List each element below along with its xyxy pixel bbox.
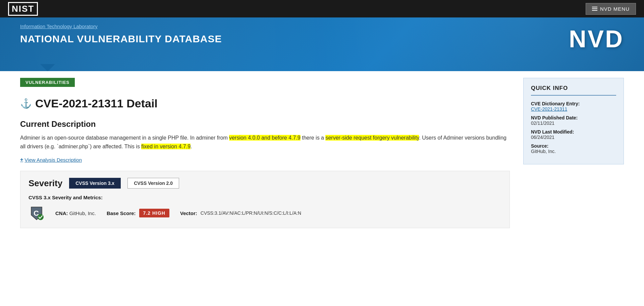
vector-label: Vector: [180,210,197,216]
nvd-menu-button[interactable]: NVD MENU [586,3,636,15]
vector-value: CVSS:3.1/AV:N/AC:L/PR:N/UI:N/S:C/C:L/I:L… [201,210,301,216]
github-cna-icon: C [29,205,45,221]
page-title: NATIONAL VULNERABILITY DATABASE [20,33,222,45]
cvss-v2-tab[interactable]: CVSS Version 2.0 [127,178,179,189]
menu-icon [592,7,597,11]
nist-logo: NIST [8,2,38,16]
cna-label: CNA: GitHub, Inc. [55,210,96,216]
desc-after: . [191,144,192,149]
nvd-menu-label: NVD MENU [600,6,630,12]
desc-highlight2: server-side request forgery vulnerabilit… [325,135,419,141]
view-analysis-label: View Analysis Description [24,157,82,163]
quick-info-box: QUICK INFO CVE Dictionary Entry: CVE-202… [523,78,624,164]
qi-dict-entry-label: CVE Dictionary Entry: [531,101,616,106]
nvd-logo: NVD [569,27,624,51]
severity-header: Severity CVSS Version 3.x CVSS Version 2… [29,178,501,189]
qi-dict-entry-link[interactable]: CVE-2021-21311 [531,106,616,112]
severity-box: Severity CVSS Version 3.x CVSS Version 2… [20,171,510,228]
description-heading: Current Description [20,119,510,129]
qi-modified: NVD Last Modified: 06/24/2021 [531,129,616,140]
desc-highlight1: version 4.0.0 and before 4.7.9 [229,135,301,141]
header-left: Information Technology Laboratory NATION… [20,23,222,45]
cve-title-row: ⚓ CVE-2021-21311 Detail [20,97,510,110]
qi-published-label: NVD Published Date: [531,115,616,120]
itl-link[interactable]: Information Technology Laboratory [20,23,222,29]
qi-published: NVD Published Date: 02/11/2021 [531,115,616,126]
desc-middle1: there is a [301,135,326,141]
desc-before: Adminer is an open-source database manag… [20,135,229,141]
anchor-icon[interactable]: ⚓ [20,98,32,109]
cvss-metrics-label: CVSS 3.x Severity and Metrics: [29,195,501,200]
cna-row: C CNA: GitHub, Inc. Base Score: 7.2 HIGH [29,205,501,221]
quick-info-sidebar: QUICK INFO CVE Dictionary Entry: CVE-202… [523,78,624,164]
plus-icon: + [20,157,23,163]
header-arrow [40,64,55,71]
score-badge: 7.2 HIGH [139,209,169,217]
page-header: Information Technology Laboratory NATION… [0,17,644,71]
base-score-label: Base Score: [107,210,136,216]
severity-heading: Severity [29,178,62,189]
view-analysis-link[interactable]: + View Analysis Description [20,157,82,163]
content-left: VULNERABILITIES ⚓ CVE-2021-21311 Detail … [20,78,510,228]
qi-modified-val: 06/24/2021 [531,135,616,140]
vulnerabilities-badge: VULNERABILITIES [20,78,75,87]
qi-modified-label: NVD Last Modified: [531,129,616,135]
desc-highlight3: fixed in version 4.7.9 [141,144,191,149]
cvss-v3-tab[interactable]: CVSS Version 3.x [69,178,121,189]
base-score-group: Base Score: 7.2 HIGH [107,209,169,217]
qi-published-val: 02/11/2021 [531,120,616,126]
main-content: VULNERABILITIES ⚓ CVE-2021-21311 Detail … [0,71,644,242]
top-nav: NIST NVD MENU [0,0,644,17]
description-text: Adminer is an open-source database manag… [20,134,510,151]
quick-info-title: QUICK INFO [531,85,616,96]
cve-title: CVE-2021-21311 Detail [35,97,158,110]
qi-dict-entry: CVE Dictionary Entry: CVE-2021-21311 [531,101,616,112]
qi-source-label: Source: [531,143,616,149]
qi-source: Source: GitHub, Inc. [531,143,616,154]
qi-source-val: GitHub, Inc. [531,149,616,154]
vector-group: Vector: CVSS:3.1/AV:N/AC:L/PR:N/UI:N/S:C… [180,210,301,216]
